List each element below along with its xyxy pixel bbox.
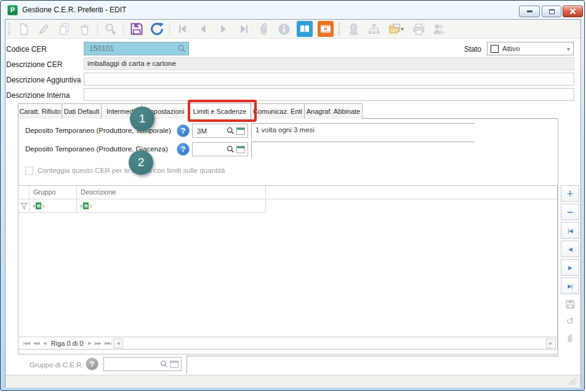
search-icon[interactable] [227, 127, 235, 135]
grid-hscroll-left-button[interactable]: ◀ [113, 338, 123, 348]
save-floppy-icon [129, 22, 144, 36]
gruppo-cer-input[interactable] [107, 360, 158, 369]
grid-hscroll-right-button[interactable]: ▶ [546, 338, 556, 348]
open-window-icon[interactable] [236, 127, 245, 135]
app-window: P Gestione C.E.R. Preferiti - EDIT ▼ [0, 0, 585, 391]
close-icon [569, 8, 576, 15]
open-window-icon[interactable] [170, 361, 179, 368]
info-icon [277, 22, 291, 36]
new-button[interactable] [16, 22, 31, 37]
grid-next-button[interactable]: ▶ [561, 259, 579, 276]
save-floppy-icon [565, 299, 576, 310]
org-chart-icon [367, 22, 381, 36]
video-tutorial-button[interactable] [318, 21, 334, 37]
search-button[interactable] [103, 22, 118, 37]
grid-record-navigator: |◀◀ ◀◀ ◀ Riga 0 di 0 ▶ ▶▶ ▶▶| ◀ ▶ [18, 337, 557, 349]
manual-book-icon [299, 23, 311, 35]
info-button[interactable] [276, 22, 292, 37]
grid-nav-next-page-button[interactable]: ▶▶ [95, 341, 101, 346]
attachment-button[interactable] [256, 22, 271, 37]
open-window-icon[interactable] [236, 146, 245, 153]
gruppo-cer-help-button[interactable]: ? [86, 358, 98, 370]
edit-button[interactable] [36, 22, 52, 37]
chevron-down-icon[interactable]: ▾ [567, 46, 570, 52]
grid-undo-button[interactable]: ↺ [561, 313, 579, 329]
grid-nav-next-button[interactable]: ▶ [88, 341, 91, 346]
grid-last-button[interactable]: ▶| [561, 278, 579, 294]
maximize-button[interactable] [542, 6, 561, 17]
conteggia-checkbox[interactable] [25, 167, 33, 175]
save-button[interactable] [129, 22, 144, 37]
printer-icon [412, 22, 426, 36]
resize-grip-icon[interactable] [568, 377, 576, 385]
tab-label: Dati Default [64, 108, 99, 115]
descrizione-aggiuntiva-input[interactable] [84, 73, 574, 86]
minimize-button[interactable] [519, 6, 540, 17]
nav-previous-icon: ◀ [568, 246, 572, 252]
close-button[interactable] [563, 6, 583, 17]
manual-button[interactable] [297, 21, 313, 37]
stato-combobox[interactable]: Attivo ▾ [487, 42, 574, 55]
grid-prev-button[interactable]: ◀ [561, 241, 579, 257]
grid-nav-first-button[interactable]: |◀◀ [23, 341, 30, 346]
print-button[interactable] [411, 22, 427, 37]
deposito-temporale-display: 1 volta ogni 3 mesi [251, 123, 475, 139]
codice-cer-input[interactable] [88, 44, 177, 54]
tab-anagraf-abbinate[interactable]: Anagraf. Abbinate [304, 103, 363, 119]
grid-header-descrizione[interactable]: Descrizione [77, 186, 266, 199]
refresh-icon [150, 22, 164, 36]
search-icon[interactable] [177, 44, 186, 53]
toolbar-separator [123, 22, 124, 36]
help-icon: ? [90, 359, 95, 369]
deposito-giacenza-help-button[interactable]: ? [177, 143, 190, 156]
contacts-button[interactable] [431, 22, 447, 37]
refresh-button[interactable] [149, 22, 164, 37]
delete-button[interactable] [77, 22, 92, 37]
open-document-dropdown-icon[interactable]: ▼ [400, 26, 405, 32]
grid-filter-descrizione[interactable]: aBc [77, 199, 266, 213]
grid-nav-prev-button[interactable]: ◀ [43, 341, 46, 346]
filter-funnel-icon [20, 202, 28, 210]
descrizione-interna-input[interactable] [84, 88, 574, 101]
descrizione-cer-value: imballaggi di carta e cartone [84, 57, 574, 70]
tab-comunicaz-enti[interactable]: Comunicaz. Enti [251, 103, 305, 119]
grid-nav-last-button[interactable]: ▶▶| [105, 341, 111, 346]
nav-last-icon: ▶| [568, 283, 572, 289]
deposito-temporale-help-button[interactable]: ? [177, 124, 190, 137]
search-icon[interactable] [160, 360, 168, 368]
tab-dati-default[interactable]: Dati Default [62, 103, 102, 119]
deposito-giacenza-input[interactable] [196, 145, 225, 154]
record-last-button[interactable] [236, 22, 251, 37]
grid-add-row-button[interactable]: + [561, 185, 579, 202]
stato-value: Attivo [502, 45, 563, 52]
certificate-button[interactable] [346, 22, 361, 37]
tab-label: Anagraf. Abbinate [307, 108, 360, 115]
app-icon: P [7, 5, 18, 15]
open-document-button[interactable]: ▼ [387, 22, 406, 37]
grid-attachment-button[interactable] [561, 330, 579, 346]
record-first-button[interactable] [175, 22, 190, 37]
help-icon: ? [181, 145, 186, 154]
descrizione-interna-label: Descrizione Interna [6, 91, 70, 100]
main-toolbar: ▼ [6, 20, 580, 39]
nav-next-icon: ▶ [568, 265, 572, 271]
record-previous-button[interactable] [195, 22, 211, 37]
hierarchy-button[interactable] [366, 22, 382, 37]
record-next-button[interactable] [215, 22, 231, 37]
status-bar [6, 375, 580, 388]
grid-filter-gruppo[interactable]: aBc [30, 199, 77, 213]
annotation-step-2: 2 [129, 150, 153, 175]
abc-filter-icon: aBc [33, 202, 44, 209]
deposito-temporale-input[interactable] [196, 127, 225, 135]
descrizione-cer-label: Descrizione CER [6, 60, 62, 69]
copy-button[interactable] [57, 22, 72, 37]
tab-caratt-rifiuto[interactable]: Caratt. Rifiuto [18, 103, 62, 119]
grid-filter-cell[interactable] [18, 199, 30, 213]
grid-nav-prev-page-button[interactable]: ◀◀ [33, 341, 39, 346]
step-number: 1 [139, 112, 146, 126]
grid-header-gruppo[interactable]: Gruppo [30, 186, 77, 199]
grid-save-button[interactable] [561, 296, 579, 312]
search-icon[interactable] [227, 145, 235, 153]
grid-first-button[interactable]: |◀ [561, 222, 579, 239]
grid-remove-row-button[interactable]: − [561, 204, 579, 220]
